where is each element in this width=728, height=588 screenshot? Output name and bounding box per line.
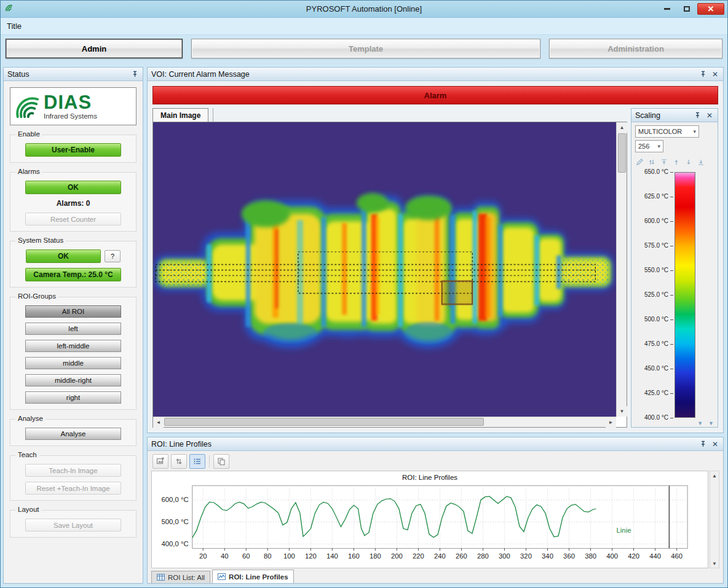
scale-tick (670, 393, 673, 394)
scale-edit-icon[interactable] (635, 158, 643, 166)
scroll-left-icon[interactable]: ◄ (153, 417, 164, 428)
scale-tick (670, 344, 673, 345)
voi-panel-header: VOI: Current Alarm Message ✕ (148, 68, 723, 81)
tab-roi-list[interactable]: ROI List: All (151, 571, 210, 583)
list-view-button[interactable] (189, 454, 205, 469)
camera-temp-button[interactable]: Camera Temp.: 25.0 °C (25, 268, 121, 281)
temperature-colorbar (675, 172, 695, 418)
analyse-button[interactable]: Analyse (25, 428, 121, 440)
x-tick-label: 100 (283, 553, 295, 560)
scale-bottom-icon[interactable] (697, 158, 705, 166)
scroll-down-icon[interactable]: ▼ (710, 559, 719, 568)
close-icon: ✕ (708, 4, 714, 14)
close-button[interactable]: ✕ (697, 3, 724, 15)
levels-select[interactable]: 256 ▾ (635, 140, 663, 152)
pin-icon[interactable] (130, 70, 139, 79)
reset-counter-button[interactable]: Reset Counter (25, 213, 121, 225)
scale-shift-arrows: ▼ ▼ (697, 420, 714, 426)
scale-updown-icon[interactable] (647, 158, 655, 166)
roi-toolbar (148, 451, 723, 471)
scroll-up-icon[interactable]: ▲ (617, 122, 627, 133)
tab-main-image[interactable]: Main Image (152, 108, 208, 122)
alarm-text: Alarm (424, 91, 447, 100)
user-enable-button[interactable]: User-Enable (25, 143, 121, 157)
scroll-thumb[interactable] (618, 133, 626, 173)
roi-rect-small[interactable] (442, 281, 473, 304)
scale-tick (670, 172, 673, 173)
group-layout-label: Layout (15, 506, 42, 513)
roi-group-left-middle[interactable]: left-middle (25, 340, 121, 352)
scroll-thumb[interactable] (164, 418, 484, 426)
system-ok-button[interactable]: OK (26, 249, 101, 263)
scale-tick (670, 418, 673, 418)
scale-down-icon[interactable] (684, 158, 692, 166)
status-panel-body: DIAS Infrared Systems Enable User-Enable… (4, 81, 143, 583)
alarms-ok-button[interactable]: OK (25, 181, 121, 194)
app-logo-icon (4, 3, 14, 15)
x-tick-label: 60 (242, 553, 250, 560)
status-panel-title: Status (7, 70, 29, 79)
x-tick-label: 340 (542, 553, 553, 560)
close-icon[interactable]: ✕ (711, 70, 719, 79)
scale-label: 625.0 °C (635, 193, 668, 200)
tab-template[interactable]: Template (191, 39, 540, 58)
roi-bottom-tabs: ROI List: All ROI: Line Profiles (148, 570, 723, 583)
tab-admin[interactable]: Admin (6, 39, 183, 58)
system-help-button[interactable]: ? (105, 250, 121, 262)
palette-select[interactable]: MULTICOLOR ▾ (635, 125, 699, 138)
x-tick-label: 140 (326, 553, 338, 560)
image-horizontal-scrollbar[interactable]: ◄ ► (153, 417, 616, 427)
scale-label: 525.0 °C (635, 291, 668, 298)
roi-group-middle[interactable]: middle (25, 357, 121, 369)
tab-administration[interactable]: Administration (549, 39, 722, 58)
sort-updown-icon (175, 457, 183, 466)
thermal-image-viewport[interactable] (153, 122, 616, 417)
close-icon[interactable]: ✕ (705, 111, 714, 120)
reset-teach-in-button[interactable]: Reset +Teach-In Image (25, 482, 121, 495)
teach-in-button[interactable]: Teach-In Image (25, 464, 121, 477)
chart-vertical-scrollbar[interactable]: ▲ ▼ (710, 471, 719, 568)
scroll-down-icon[interactable]: ▼ (617, 406, 627, 417)
roi-group-all[interactable]: All ROI (25, 305, 121, 318)
roi-group-right[interactable]: right (25, 391, 121, 404)
y-tick-label: 400,0 °C (162, 541, 189, 547)
scaling-panel-header: Scaling ✕ (631, 109, 718, 122)
table-icon (157, 574, 165, 581)
roi-group-left[interactable]: left (25, 323, 121, 335)
close-icon[interactable]: ✕ (711, 440, 719, 449)
x-tick-label: 240 (434, 553, 446, 560)
roi-line-profiles-panel: ROI: Line Profiles ✕ (147, 437, 724, 584)
image-vertical-scrollbar[interactable]: ▲ ▼ (616, 122, 627, 417)
pin-icon[interactable] (698, 440, 707, 449)
shift-down-icon[interactable]: ▼ (708, 420, 714, 426)
save-layout-button[interactable]: Save Layout (25, 519, 121, 531)
export-image-button[interactable] (152, 454, 168, 469)
maximize-button[interactable] (678, 3, 696, 15)
minimize-button[interactable] (658, 3, 676, 15)
scale-top-icon[interactable] (660, 158, 668, 166)
copy-button[interactable] (213, 454, 229, 469)
maximize-icon (684, 6, 690, 12)
x-tick-label: 420 (628, 553, 639, 560)
scale-tick (670, 221, 673, 222)
scroll-right-icon[interactable]: ► (606, 417, 616, 428)
roi-group-middle-right[interactable]: middle-right (25, 374, 121, 386)
scale-label: 400.0 °C (635, 414, 668, 421)
tab-line-profiles[interactable]: ROI: Line Profiles (212, 570, 294, 583)
title-row: Title (1, 18, 727, 35)
pin-icon[interactable] (693, 111, 702, 120)
x-tick-label: 40 (221, 553, 229, 560)
sort-button[interactable] (171, 454, 187, 469)
chart-title: ROI: Line Profiles (152, 471, 708, 481)
scale-tick (670, 246, 673, 246)
scroll-up-icon[interactable]: ▲ (710, 471, 719, 480)
scale-up-icon[interactable] (672, 158, 680, 166)
group-system-status: System Status OK ? Camera Temp.: 25.0 °C (10, 241, 136, 288)
x-tick-label: 20 (199, 553, 207, 560)
x-tick-label: 260 (456, 553, 467, 560)
shift-down-icon[interactable]: ▼ (697, 420, 703, 426)
x-tick-label: 160 (348, 553, 360, 560)
group-analyse: Analyse Analyse (10, 419, 136, 446)
x-tick-label: 380 (585, 553, 596, 560)
pin-icon[interactable] (698, 70, 707, 79)
